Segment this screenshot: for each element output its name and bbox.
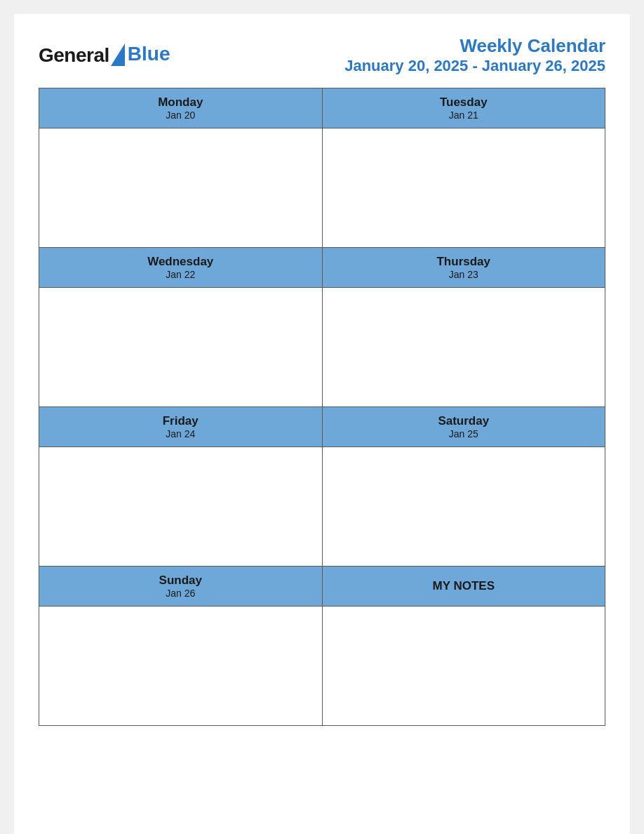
monday-date: Jan 20	[43, 110, 318, 121]
sunday-date: Jan 26	[43, 588, 318, 599]
header-row-3: Friday Jan 24 Saturday Jan 25	[39, 407, 605, 447]
friday-date: Jan 24	[43, 428, 318, 439]
saturday-cell	[322, 447, 605, 567]
sunday-header: Sunday Jan 26	[39, 567, 323, 607]
content-row-2	[39, 288, 605, 407]
monday-header: Monday Jan 20	[39, 88, 323, 128]
header-row-1: Monday Jan 20 Tuesday Jan 21	[39, 88, 605, 128]
thursday-header: Thursday Jan 23	[322, 248, 605, 288]
thursday-date: Jan 23	[326, 269, 602, 280]
monday-name: Monday	[43, 95, 318, 110]
tuesday-date: Jan 21	[326, 110, 602, 121]
sunday-cell	[39, 607, 323, 726]
calendar-table: Monday Jan 20 Tuesday Jan 21 Wednesday J…	[39, 88, 605, 726]
content-row-4	[39, 607, 605, 726]
thursday-cell	[322, 288, 605, 407]
logo: General Blue	[39, 44, 170, 67]
header-row-4: Sunday Jan 26 MY NOTES	[39, 567, 605, 607]
notes-title: MY NOTES	[326, 579, 602, 593]
logo-general-text: General	[39, 44, 109, 67]
saturday-name: Saturday	[326, 414, 602, 428]
calendar-subtitle: January 20, 2025 - January 26, 2025	[344, 57, 605, 75]
monday-cell	[39, 128, 323, 248]
content-row-1	[39, 128, 605, 248]
page: General Blue Weekly Calendar January 20,…	[14, 14, 630, 834]
header-right: Weekly Calendar January 20, 2025 - Janua…	[344, 35, 605, 75]
saturday-header: Saturday Jan 25	[322, 407, 605, 447]
wednesday-cell	[39, 288, 323, 407]
sunday-name: Sunday	[43, 574, 318, 588]
content-row-3	[39, 447, 605, 567]
saturday-date: Jan 25	[326, 428, 602, 439]
friday-cell	[39, 447, 323, 567]
logo-blue-text: Blue	[128, 43, 170, 65]
friday-header: Friday Jan 24	[39, 407, 323, 447]
header-row-2: Wednesday Jan 22 Thursday Jan 23	[39, 248, 605, 288]
tuesday-header: Tuesday Jan 21	[322, 88, 605, 128]
thursday-name: Thursday	[326, 255, 602, 269]
wednesday-date: Jan 22	[43, 269, 318, 280]
calendar-title: Weekly Calendar	[344, 35, 605, 57]
notes-header: MY NOTES	[322, 567, 605, 607]
tuesday-cell	[322, 128, 605, 248]
tuesday-name: Tuesday	[326, 95, 602, 110]
logo-triangle-icon	[111, 44, 125, 66]
notes-cell	[322, 607, 605, 726]
wednesday-name: Wednesday	[43, 255, 318, 269]
friday-name: Friday	[43, 414, 318, 428]
header: General Blue Weekly Calendar January 20,…	[39, 35, 605, 75]
wednesday-header: Wednesday Jan 22	[39, 248, 323, 288]
